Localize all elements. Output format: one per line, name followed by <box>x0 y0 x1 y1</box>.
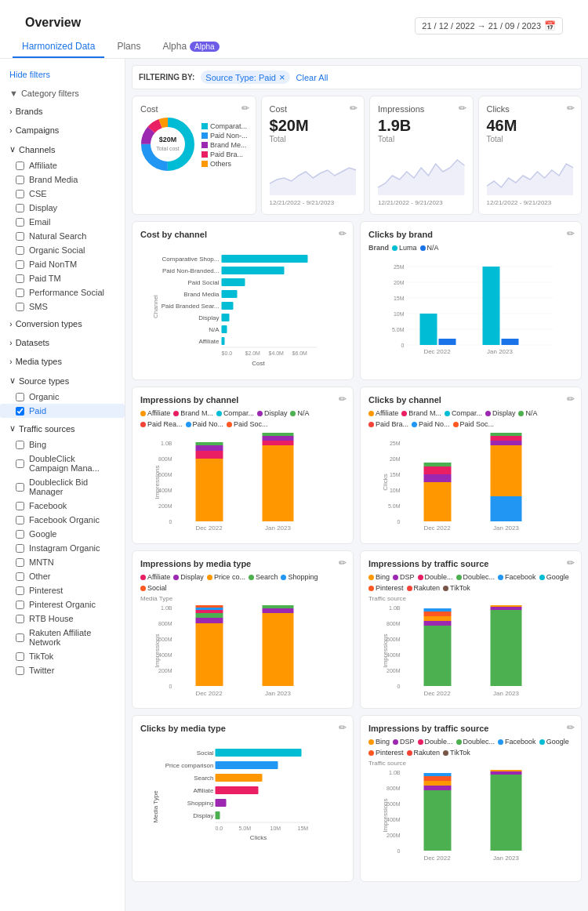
sidebar-item-mntn[interactable]: MNTN <box>0 555 125 569</box>
sidebar: Hide filters ▼ Category filters › Brands… <box>0 59 125 911</box>
svg-rect-83 <box>491 496 522 521</box>
hide-filters-button[interactable]: Hide filters <box>0 65 125 84</box>
sidebar-group-media-header[interactable]: › Media types <box>0 353 125 370</box>
chart-edit-impressions-by-traffic2[interactable]: ✏ <box>567 722 575 733</box>
chart-edit-impressions-by-channel[interactable]: ✏ <box>339 394 347 405</box>
svg-rect-13 <box>222 255 308 263</box>
kpi-daterange-clicks: 12/21/2022 - 9/21/2023 <box>487 199 573 206</box>
sidebar-item-perf-social[interactable]: Performance Social <box>0 285 125 299</box>
sidebar-group-conversion-header[interactable]: › Conversion types <box>0 315 125 332</box>
kpi-edit-clicks[interactable]: ✏ <box>567 103 575 114</box>
sidebar-item-organic[interactable]: Organic <box>0 390 125 404</box>
sidebar-item-rakuten[interactable]: Rakuten Affiliate Network <box>0 626 125 649</box>
svg-text:Brand Media: Brand Media <box>183 291 220 298</box>
sidebar-item-facebook-organic[interactable]: Facebook Organic <box>0 513 125 527</box>
svg-text:0: 0 <box>169 684 172 689</box>
clear-all-button[interactable]: Clear All <box>296 73 328 82</box>
sidebar-item-affiliate[interactable]: Affiliate <box>0 158 125 172</box>
svg-rect-132 <box>216 799 227 807</box>
chart-edit-cost-by-channel[interactable]: ✏ <box>339 228 347 239</box>
svg-text:Cost: Cost <box>252 360 265 367</box>
sidebar-group-source-header[interactable]: ∨ Source types <box>0 372 125 390</box>
legend-comparative: Comparat... <box>201 122 248 130</box>
tab-harmonized[interactable]: Harmonized Data <box>13 36 104 58</box>
chart-edit-clicks-by-channel[interactable]: ✏ <box>567 394 575 405</box>
kpi-card-cost-line: Cost ✏ $20M Total 12/21/2022 - 9/21/2023 <box>261 96 365 215</box>
sidebar-item-display[interactable]: Display <box>0 201 125 215</box>
svg-text:800M: 800M <box>158 456 172 462</box>
filter-bar: FILTERING BY: Source Type: Paid × Clear … <box>132 65 582 89</box>
sidebar-group-campaigns-header[interactable]: › Campaigns <box>0 122 125 139</box>
sidebar-item-natural-search[interactable]: Natural Search <box>0 229 125 243</box>
sidebar-group-datasets-header[interactable]: › Datasets <box>0 334 125 351</box>
filter-tag-source[interactable]: Source Type: Paid × <box>201 71 289 84</box>
sidebar-item-paid-nontm[interactable]: Paid NonTM <box>0 257 125 271</box>
sidebar-item-tiktok[interactable]: TikTok <box>0 649 125 663</box>
sidebar-group-datasets-label: Datasets <box>16 338 49 347</box>
impressions-by-traffic-svg: 0 200M 400M 600M 800M 1.0B <box>368 604 573 698</box>
sidebar-group-channels: ∨ Channels Affiliate Brand Media CSE Dis… <box>0 140 125 314</box>
sidebar-item-brand-media[interactable]: Brand Media <box>0 172 125 187</box>
svg-text:Media Type: Media Type <box>152 790 159 823</box>
kpi-edit-cost-donut[interactable]: ✏ <box>241 103 249 114</box>
date-range-picker[interactable]: 21 / 12 / 2022 → 21 / 09 / 2023 📅 <box>415 17 563 34</box>
chart-title-clicks-by-channel: Clicks by channel <box>368 395 573 405</box>
kpi-title-cost-donut: Cost <box>140 104 248 114</box>
page-title: Overview <box>25 16 81 30</box>
donut-legend: Comparat... Paid Non-... Brand Me... <box>201 122 248 169</box>
sidebar-item-facebook[interactable]: Facebook <box>0 499 125 513</box>
svg-text:1.0B: 1.0B <box>389 770 401 775</box>
chart-edit-impressions-by-traffic[interactable]: ✏ <box>567 557 575 568</box>
sidebar-group-brands: › Brands <box>0 103 125 120</box>
tab-plans[interactable]: Plans <box>107 36 150 58</box>
chart-edit-clicks-by-media[interactable]: ✏ <box>339 722 347 733</box>
sidebar-item-google[interactable]: Google <box>0 527 125 541</box>
filter-tag-close[interactable]: × <box>279 72 285 82</box>
sidebar-item-paid-tm[interactable]: Paid TM <box>0 271 125 285</box>
impressions-line-chart <box>378 148 464 195</box>
sidebar-item-email[interactable]: Email <box>0 215 125 229</box>
kpi-edit-cost-line[interactable]: ✏ <box>350 103 358 114</box>
sidebar-item-pinterest[interactable]: Pinterest <box>0 583 125 597</box>
sidebar-group-media: › Media types <box>0 353 125 370</box>
svg-text:Jan 2023: Jan 2023 <box>265 524 291 532</box>
svg-text:600M: 600M <box>387 801 401 807</box>
sidebar-item-sms[interactable]: SMS <box>0 299 125 314</box>
svg-text:800M: 800M <box>158 621 172 626</box>
kpi-value-clicks: 46M <box>487 117 573 135</box>
tab-alpha[interactable]: Alpha Alpha <box>153 36 228 58</box>
kpi-edit-impressions[interactable]: ✏ <box>459 103 466 114</box>
legend-brand-me: Brand Me... <box>201 141 248 149</box>
category-filters-label: ▼ Category filters <box>0 84 125 103</box>
sidebar-item-pinterest-organic[interactable]: Pinterest Organic <box>0 597 125 612</box>
sidebar-item-dc-bid[interactable]: Doubleclick Bid Manager <box>0 475 125 499</box>
svg-text:0: 0 <box>401 343 405 348</box>
sidebar-item-rtb[interactable]: RTB House <box>0 612 125 626</box>
svg-text:15M: 15M <box>298 826 309 831</box>
svg-rect-59 <box>196 451 223 459</box>
sidebar-item-dc-campaign[interactable]: DoubleClick Campaign Mana... <box>0 452 125 475</box>
chart-edit-impressions-by-media[interactable]: ✏ <box>339 557 347 568</box>
sidebar-item-paid[interactable]: Paid <box>0 404 125 418</box>
sidebar-item-bing[interactable]: Bing <box>0 437 125 452</box>
svg-text:10M: 10M <box>390 488 401 493</box>
svg-text:$4.0M: $4.0M <box>269 350 285 356</box>
svg-text:200M: 200M <box>158 503 172 509</box>
sidebar-group-traffic-header[interactable]: ∨ Traffic sources <box>0 419 125 437</box>
chevron-down-icon: ∨ <box>9 144 16 154</box>
sidebar-group-brands-header[interactable]: › Brands <box>0 103 125 120</box>
svg-rect-114 <box>424 612 452 616</box>
sidebar-item-instagram[interactable]: Instagram Organic <box>0 541 125 555</box>
svg-text:25M: 25M <box>390 441 401 446</box>
svg-rect-95 <box>196 613 223 618</box>
sidebar-item-other[interactable]: Other <box>0 569 125 583</box>
chart-edit-clicks-by-brand[interactable]: ✏ <box>567 228 575 239</box>
sidebar-item-organic-social[interactable]: Organic Social <box>0 243 125 257</box>
svg-rect-58 <box>196 459 223 521</box>
sidebar-item-twitter[interactable]: Twitter <box>0 663 125 677</box>
sidebar-group-channels-header[interactable]: ∨ Channels <box>0 140 125 158</box>
svg-rect-15 <box>222 267 285 274</box>
svg-rect-21 <box>222 302 234 310</box>
svg-text:Search: Search <box>194 775 213 782</box>
sidebar-item-cse[interactable]: CSE <box>0 187 125 201</box>
